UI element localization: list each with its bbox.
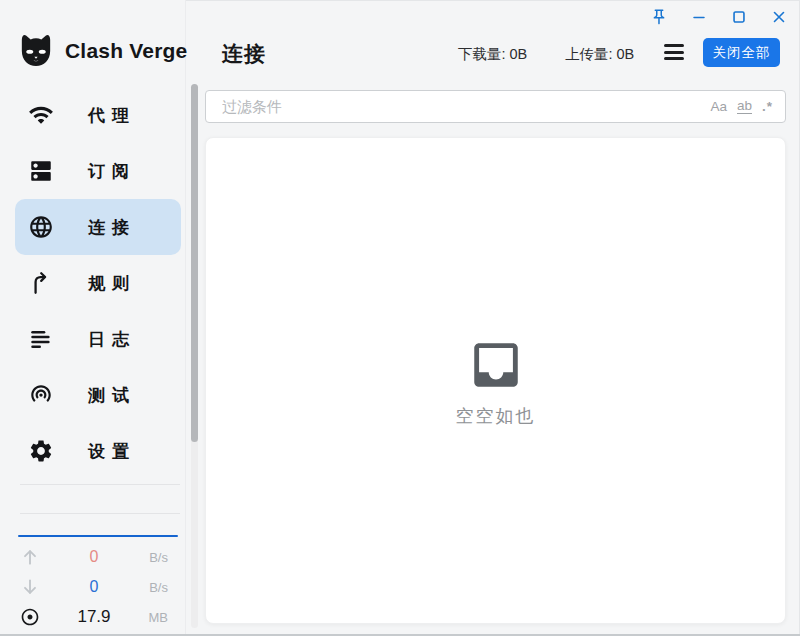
pin-icon[interactable] <box>650 8 668 26</box>
maximize-icon[interactable] <box>730 8 748 26</box>
match-case-icon[interactable]: Aa <box>710 100 727 114</box>
sidebar-item-connections[interactable]: 连接 <box>15 199 181 255</box>
traffic-total-row: 17.9 MB <box>0 602 186 632</box>
traffic-total-icon <box>20 607 40 627</box>
match-whole-word-icon[interactable]: ab <box>737 99 752 115</box>
settings-icon <box>28 438 54 464</box>
scrollbar-thumb[interactable] <box>191 84 198 442</box>
upload-speed-row: 0 B/s <box>0 542 186 572</box>
wifi-icon <box>28 102 54 128</box>
download-speed-value: 0 <box>66 578 122 596</box>
scrollbar-track[interactable] <box>191 84 198 628</box>
upload-speed-unit: B/s <box>122 550 168 565</box>
subscription-icon <box>28 158 54 184</box>
filter-bar: Aa ab .* <box>205 90 786 123</box>
upload-arrow-icon <box>20 547 40 567</box>
hamburger-menu-icon[interactable] <box>664 44 684 60</box>
sidebar-item-subscription[interactable]: 订阅 <box>15 143 181 199</box>
traffic-stats: 0 B/s 0 B/s 17.9 MB <box>0 542 186 632</box>
close-all-button[interactable]: 关闭全部 <box>703 38 780 67</box>
regex-icon[interactable]: .* <box>762 100 773 114</box>
upload-total-label: 上传量: <box>565 46 613 62</box>
traffic-total-value: 17.9 <box>66 607 122 627</box>
app-title: Clash Verge <box>65 39 187 63</box>
page-title: 连接 <box>222 40 266 68</box>
minimize-icon[interactable] <box>690 8 708 26</box>
sidebar-nav: 代理 订阅 连接 规则 日志 <box>15 87 181 479</box>
sidebar-item-settings[interactable]: 设置 <box>15 423 181 479</box>
connections-panel: 空空如也 <box>205 137 786 624</box>
download-total-label: 下载量: <box>458 46 506 62</box>
window-controls <box>650 8 788 26</box>
sidebar-item-label: 日志 <box>88 328 136 351</box>
filter-input[interactable] <box>205 90 786 123</box>
filter-options: Aa ab .* <box>710 90 773 123</box>
sidebar-item-label: 连接 <box>88 216 136 239</box>
sidebar-item-label: 测试 <box>88 384 136 407</box>
sidebar-item-label: 规则 <box>88 272 136 295</box>
download-total-stat: 下载量:0B <box>458 45 527 64</box>
logs-icon <box>28 326 54 352</box>
download-speed-row: 0 B/s <box>0 572 186 602</box>
sidebar-item-label: 订阅 <box>88 160 136 183</box>
upload-total-stat: 上传量:0B <box>565 45 634 64</box>
sidebar-divider <box>20 484 180 485</box>
sidebar-item-label: 代理 <box>88 104 136 127</box>
traffic-total-unit: MB <box>122 610 168 625</box>
sidebar-item-logs[interactable]: 日志 <box>15 311 181 367</box>
empty-state-text: 空空如也 <box>456 404 536 428</box>
app-logo: Clash Verge <box>16 32 187 69</box>
download-arrow-icon <box>20 577 40 597</box>
sidebar-item-label: 设置 <box>88 440 136 463</box>
close-icon[interactable] <box>770 8 788 26</box>
sidebar-item-rules[interactable]: 规则 <box>15 255 181 311</box>
empty-state: 空空如也 <box>206 336 785 428</box>
traffic-graph-top-divider <box>20 513 180 514</box>
test-icon <box>28 382 54 408</box>
upload-total-value: 0B <box>617 46 635 62</box>
sidebar-item-test[interactable]: 测试 <box>15 367 181 423</box>
globe-icon <box>28 214 54 240</box>
upload-speed-value: 0 <box>66 548 122 566</box>
traffic-graph <box>18 535 178 537</box>
sidebar-item-proxy[interactable]: 代理 <box>15 87 181 143</box>
inbox-icon <box>467 336 525 394</box>
sidebar: Clash Verge 代理 订阅 连接 规则 <box>0 0 186 634</box>
rules-icon <box>28 270 54 296</box>
download-total-value: 0B <box>510 46 528 62</box>
download-speed-unit: B/s <box>122 580 168 595</box>
cat-logo-icon <box>16 32 56 69</box>
